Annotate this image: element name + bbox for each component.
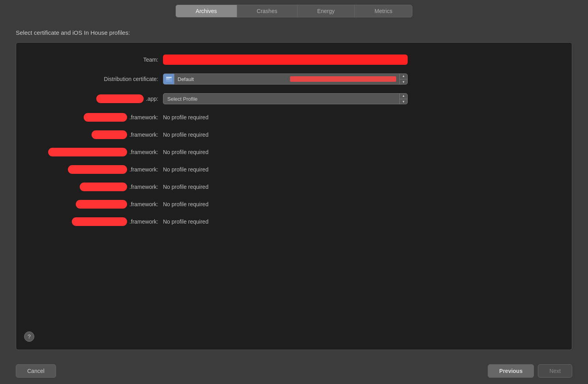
window: Archives Crashes Energy Metrics Select c…: [0, 0, 588, 384]
fw2-suffix: .framework:: [129, 132, 158, 138]
next-button[interactable]: Next: [538, 364, 572, 378]
previous-button[interactable]: Previous: [488, 364, 534, 378]
framework-3-label: .framework:: [36, 148, 158, 156]
fw7-no-profile: No profile required: [163, 218, 208, 225]
cert-icon: [163, 73, 174, 85]
tab-energy[interactable]: Energy: [297, 5, 354, 17]
help-button[interactable]: ?: [24, 331, 34, 342]
team-input[interactable]: [163, 55, 408, 65]
framework-4-label: .framework:: [36, 165, 158, 174]
distribution-select[interactable]: Default ▲ ▼: [163, 73, 408, 85]
fw1-no-profile: No profile required: [163, 114, 208, 120]
stepper-down-icon[interactable]: ▼: [400, 79, 407, 85]
app-suffix: .app:: [146, 96, 158, 102]
framework-row-7: .framework: No profile required: [36, 217, 552, 226]
fw7-redacted: [72, 217, 127, 226]
fw1-redacted: [84, 113, 127, 122]
fw6-suffix: .framework:: [129, 201, 158, 207]
app-stepper[interactable]: ▲ ▼: [399, 93, 407, 104]
fw4-suffix: .framework:: [129, 166, 158, 173]
app-label: .app:: [36, 94, 158, 103]
main-panel: Team: Distribution certificate: De: [16, 42, 572, 350]
cert-default-text: Default: [174, 76, 287, 82]
section-label: Select certificate and iOS In House prof…: [16, 29, 572, 36]
fw2-redacted: [92, 130, 127, 139]
fw4-no-profile: No profile required: [163, 166, 208, 173]
framework-2-label: .framework:: [36, 130, 158, 139]
framework-1-label: .framework:: [36, 113, 158, 122]
framework-row-5: .framework: No profile required: [36, 183, 552, 191]
tab-crashes[interactable]: Crashes: [237, 5, 297, 17]
bottom-right: Previous Next: [488, 364, 572, 378]
fw6-no-profile: No profile required: [163, 201, 208, 207]
fw3-no-profile: No profile required: [163, 149, 208, 155]
app-row: .app: Select Profile ▲ ▼: [36, 93, 552, 104]
tab-archives[interactable]: Archives: [176, 5, 237, 17]
framework-row-6: .framework: No profile required: [36, 200, 552, 209]
distribution-label: Distribution certificate:: [36, 76, 158, 82]
content-area: Select certificate and iOS In House prof…: [0, 17, 588, 358]
select-profile-text: Select Profile: [163, 96, 399, 102]
fw5-suffix: .framework:: [129, 184, 158, 190]
svg-rect-3: [166, 79, 169, 79]
fw7-suffix: .framework:: [129, 218, 158, 225]
fw5-no-profile: No profile required: [163, 184, 208, 190]
app-stepper-down-icon[interactable]: ▼: [400, 99, 407, 105]
fw3-redacted: [48, 148, 127, 156]
fw3-suffix: .framework:: [129, 149, 158, 155]
framework-row-1: .framework: No profile required: [36, 113, 552, 122]
stepper-up-icon[interactable]: ▲: [400, 73, 407, 79]
fw4-redacted: [68, 165, 127, 174]
cancel-button[interactable]: Cancel: [16, 364, 56, 378]
team-label: Team:: [36, 56, 158, 63]
app-profile-select[interactable]: Select Profile ▲ ▼: [163, 93, 408, 104]
cert-stepper[interactable]: ▲ ▼: [399, 73, 407, 85]
bottom-bar: Cancel Previous Next: [0, 358, 588, 384]
framework-5-label: .framework:: [36, 183, 158, 191]
framework-row-4: .framework: No profile required: [36, 165, 552, 174]
team-row: Team:: [36, 55, 552, 65]
svg-rect-2: [166, 78, 170, 79]
distribution-row: Distribution certificate: Default ▲: [36, 73, 552, 85]
fw2-no-profile: No profile required: [163, 132, 208, 138]
fw1-suffix: .framework:: [129, 114, 158, 120]
fw5-redacted: [80, 183, 127, 191]
cert-redacted: [290, 76, 396, 82]
framework-7-label: .framework:: [36, 217, 158, 226]
tab-bar: Archives Crashes Energy Metrics: [0, 0, 588, 17]
tab-metrics[interactable]: Metrics: [354, 5, 412, 17]
framework-row-3: .framework: No profile required: [36, 148, 552, 156]
framework-6-label: .framework:: [36, 200, 158, 209]
app-name-redacted: [96, 94, 144, 103]
fw6-redacted: [76, 200, 127, 209]
svg-rect-1: [166, 77, 172, 78]
framework-row-2: .framework: No profile required: [36, 130, 552, 139]
app-stepper-up-icon[interactable]: ▲: [400, 93, 407, 99]
